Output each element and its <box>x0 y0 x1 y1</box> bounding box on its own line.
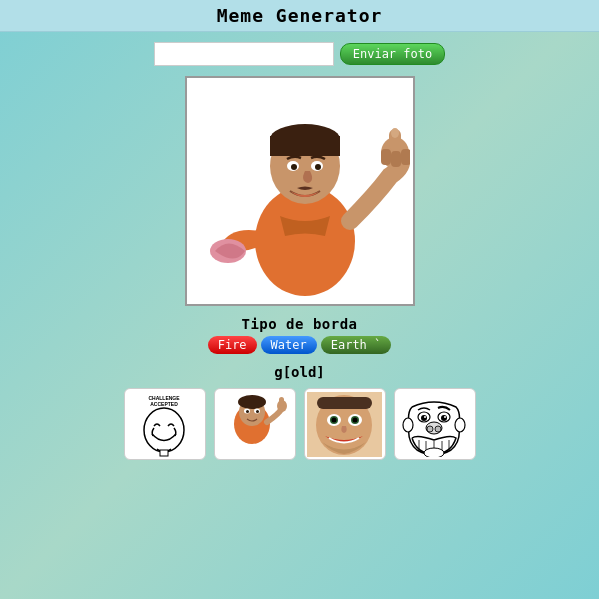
svg-point-45 <box>424 416 426 418</box>
border-type-label: Tipo de borda <box>241 316 357 332</box>
svg-rect-30 <box>279 397 284 406</box>
troll-face-icon <box>397 392 472 457</box>
svg-point-28 <box>256 410 259 413</box>
thumb-troll-face[interactable] <box>394 388 476 460</box>
svg-point-44 <box>441 415 447 421</box>
svg-point-43 <box>421 415 427 421</box>
svg-point-19 <box>144 408 184 452</box>
svg-rect-4 <box>270 136 340 156</box>
svg-point-38 <box>353 417 358 422</box>
svg-point-46 <box>444 416 446 418</box>
thumb-thumbs-up[interactable] <box>214 388 296 460</box>
top-bar: Meme Generator <box>0 0 599 32</box>
svg-point-52 <box>455 418 465 432</box>
thumb-creepy-face[interactable] <box>304 388 386 460</box>
svg-point-48 <box>427 426 433 432</box>
svg-rect-39 <box>317 397 372 409</box>
fire-button[interactable]: Fire <box>208 336 257 354</box>
gallery-label: g[old] <box>274 364 325 380</box>
main-image-frame <box>185 76 415 306</box>
border-buttons: Fire Water Earth ` <box>208 336 392 354</box>
upload-row: Enviar foto <box>154 42 445 66</box>
svg-point-37 <box>332 417 337 422</box>
svg-rect-20 <box>160 450 168 456</box>
water-button[interactable]: Water <box>261 336 317 354</box>
svg-point-27 <box>246 410 249 413</box>
svg-rect-14 <box>401 149 410 165</box>
svg-rect-13 <box>391 151 401 167</box>
svg-point-50 <box>424 448 444 457</box>
thumbs-up-icon <box>217 392 292 457</box>
thumb-challenge-accepted[interactable]: CHALLENGE ACCEPTED <box>124 388 206 460</box>
svg-point-15 <box>391 128 399 138</box>
svg-point-8 <box>315 164 321 170</box>
page-title: Meme Generator <box>217 5 383 26</box>
thumbnails-row: CHALLENGE ACCEPTED <box>124 388 476 460</box>
file-input[interactable] <box>154 42 334 66</box>
earth-button[interactable]: Earth ` <box>321 336 392 354</box>
main-meme-image <box>190 81 410 301</box>
svg-text:ACCEPTED: ACCEPTED <box>150 401 178 407</box>
send-button[interactable]: Enviar foto <box>340 43 445 65</box>
svg-point-7 <box>291 164 297 170</box>
svg-rect-12 <box>381 149 391 165</box>
svg-point-51 <box>403 418 413 432</box>
creepy-face-icon <box>307 392 382 457</box>
challenge-accepted-icon: CHALLENGE ACCEPTED <box>127 392 202 457</box>
svg-point-49 <box>435 426 441 432</box>
svg-point-24 <box>238 395 266 409</box>
